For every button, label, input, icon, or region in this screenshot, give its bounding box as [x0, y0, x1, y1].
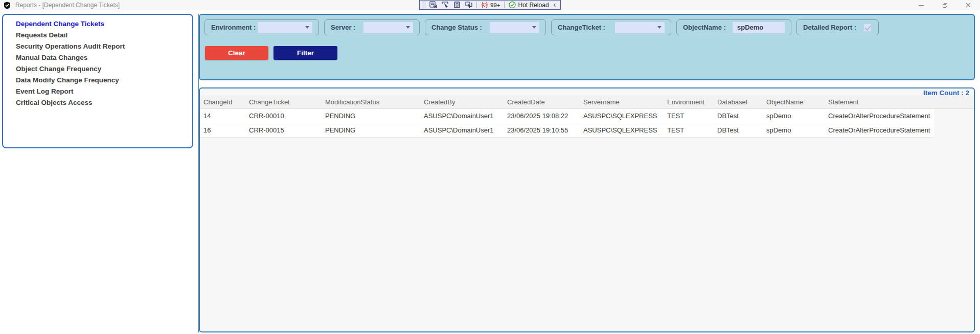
debug-toolbar: 99+ Hot Reload ‹	[419, 0, 561, 10]
column-header-changeid[interactable]: ChangeId	[203, 95, 249, 108]
table-cell: TEST	[667, 109, 717, 123]
sidebar-item-security-operations-audit-report[interactable]: Security Operations Audit Report	[3, 41, 192, 52]
table-cell: CreateOrAlterProcedureStatement	[828, 109, 934, 123]
sidebar-item-event-log-report[interactable]: Event Log Report	[3, 86, 192, 97]
table-cell: DBTest	[717, 109, 766, 123]
object-name-input[interactable]	[733, 22, 785, 33]
change-status-filter-group: Change Status :	[425, 19, 546, 35]
app-shield-icon	[4, 2, 11, 9]
environment-label: Environment :	[211, 24, 256, 31]
table-cell: ASUSPC\DomainUser1	[424, 109, 507, 123]
live-visual-tree-icon[interactable]	[429, 1, 438, 9]
column-header-servername[interactable]: Servername	[583, 95, 667, 108]
object-name-filter-group: ObjectName :	[676, 19, 791, 35]
environment-filter-group: Environment :	[204, 19, 319, 35]
filter-button[interactable]: Filter	[274, 46, 337, 60]
column-header-changeticket[interactable]: ChangeTicket	[249, 95, 325, 108]
minimize-button[interactable]	[909, 0, 933, 10]
hot-reload-label: Hot Reload	[518, 2, 549, 9]
table-cell: spDemo	[766, 123, 828, 137]
change-status-dropdown[interactable]	[490, 22, 539, 33]
toolbar-separator	[476, 2, 477, 8]
sidebar-item-dependent-change-tickets[interactable]: Dependent Change Tickets	[3, 18, 192, 30]
layout-adorners-icon[interactable]	[453, 1, 461, 9]
sidebar-item-manual-data-changes[interactable]: Manual Data Changes	[3, 52, 192, 63]
column-header-objectname[interactable]: ObjectName	[766, 95, 828, 108]
table-cell: CRR-00015	[249, 123, 325, 137]
sidebar-item-data-modify-change-frequency[interactable]: Data Modify Change Frequency	[3, 75, 192, 86]
window-title: Reports - [Dependent Change Tickets]	[15, 2, 120, 9]
table-cell: spDemo	[766, 109, 828, 123]
hot-reload-indicator[interactable]: Hot Reload	[508, 1, 549, 9]
binding-errors-indicator[interactable]: 99+	[481, 1, 500, 9]
detailed-report-label: Detailed Report :	[803, 24, 856, 31]
binding-errors-icon	[481, 1, 489, 9]
select-element-icon[interactable]	[441, 1, 449, 9]
table-cell: DBTest	[717, 123, 766, 137]
table-cell: PENDING	[325, 109, 424, 123]
filter-buttons-row: Clear Filter	[204, 46, 974, 60]
detailed-report-filter-group: Detailed Report :	[796, 19, 879, 35]
binding-errors-count: 99+	[490, 2, 500, 8]
server-label: Server :	[331, 24, 355, 31]
clear-button[interactable]: Clear	[205, 46, 268, 60]
sidebar-item-object-change-frequency[interactable]: Object Change Frequency	[3, 63, 192, 75]
sidebar-item-requests-detail[interactable]: Requests Detail	[3, 30, 192, 41]
table-cell: CreateOrAlterProcedureStatement	[828, 123, 934, 137]
results-table-panel: Item Count : 2 ChangeIdChangeTicketModif…	[199, 87, 975, 332]
filter-row: Environment : Server : Change Status : C…	[204, 19, 974, 35]
report-nav-sidebar: Dependent Change TicketsRequests DetailS…	[2, 14, 193, 148]
column-header-createdby[interactable]: CreatedBy	[424, 95, 507, 108]
environment-dropdown[interactable]	[258, 22, 312, 33]
table-cell: ASUSPC\SQLEXPRESS	[583, 123, 667, 137]
change-ticket-filter-group: ChangeTicket :	[551, 19, 671, 35]
table-header: ChangeIdChangeTicketModificationStatusCr…	[200, 95, 974, 109]
table-cell: CRR-00010	[249, 109, 325, 123]
close-button[interactable]	[956, 0, 980, 10]
hot-reload-check-icon	[508, 1, 516, 9]
table-cell: 23/06/2025 19:10:55	[507, 123, 583, 137]
table-cell: TEST	[667, 123, 717, 137]
column-header-databasei[interactable]: DatabaseI	[717, 95, 766, 108]
restore-button[interactable]	[933, 0, 956, 10]
close-icon	[966, 3, 971, 8]
server-dropdown[interactable]	[363, 22, 413, 33]
window-controls	[909, 0, 980, 10]
detailed-report-checkbox[interactable]	[863, 24, 872, 32]
column-header-statement[interactable]: Statement	[828, 95, 934, 108]
item-count-label: Item Count : 2	[923, 89, 969, 97]
filter-panel: Environment : Server : Change Status : C…	[199, 14, 975, 80]
table-cell: 23/06/2025 19:08:22	[507, 109, 583, 123]
table-cell: 14	[203, 109, 249, 123]
track-focused-element-icon[interactable]	[465, 1, 473, 9]
toolbar-separator	[504, 2, 505, 8]
column-header-modificationstatus[interactable]: ModificationStatus	[325, 95, 424, 108]
table-cell: PENDING	[325, 123, 424, 137]
change-ticket-label: ChangeTicket :	[558, 24, 605, 31]
minimize-icon	[919, 5, 924, 6]
column-header-environment[interactable]: Environment	[667, 95, 717, 108]
table-body: 14CRR-00010PENDINGASUSPC\DomainUser123/0…	[200, 109, 974, 138]
restore-icon	[943, 3, 947, 8]
change-ticket-dropdown[interactable]	[615, 22, 665, 33]
sidebar-list: Dependent Change TicketsRequests DetailS…	[3, 18, 192, 108]
change-status-label: Change Status :	[431, 24, 482, 31]
table-row[interactable]: 14CRR-00010PENDINGASUSPC\DomainUser123/0…	[200, 109, 934, 123]
grip-handle[interactable]	[422, 1, 426, 9]
sidebar-item-critical-objects-access[interactable]: Critical Objects Access	[3, 97, 192, 108]
table-cell: ASUSPC\SQLEXPRESS	[583, 109, 667, 123]
object-name-label: ObjectName :	[683, 24, 726, 31]
table-cell: ASUSPC\DomainUser1	[424, 123, 507, 137]
server-filter-group: Server :	[324, 19, 420, 35]
column-header-createddate[interactable]: CreatedDate	[507, 95, 583, 108]
toolbar-collapse-chevron[interactable]: ‹	[554, 1, 556, 9]
table-cell: 16	[203, 123, 249, 137]
table-row[interactable]: 16CRR-00015PENDINGASUSPC\DomainUser123/0…	[200, 123, 934, 138]
